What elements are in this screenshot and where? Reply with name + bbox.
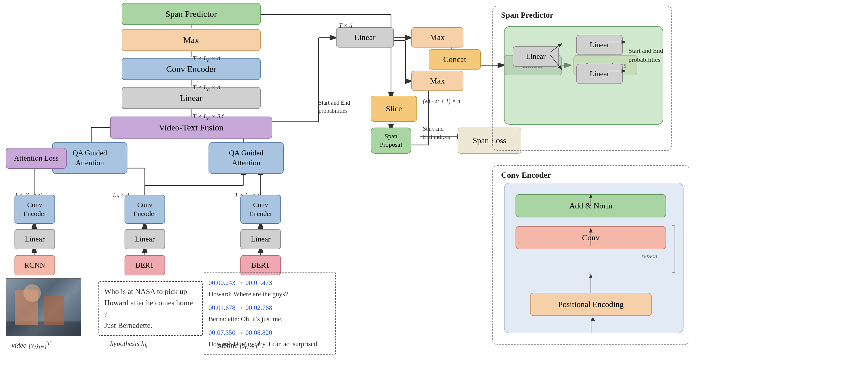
label-t-lh-d2: T × Lh × d — [193, 55, 220, 63]
conv-encoder-main-box: Conv Encoder — [122, 58, 261, 80]
slice-label: Slice — [386, 104, 402, 113]
conv-enc-v-box: ConvEncoder — [14, 195, 55, 224]
label-t-lh-3d: T × Lh × 3d — [193, 112, 224, 121]
bert-s-label: BERT — [251, 261, 270, 270]
sp-probs-label: Start and Endprobabilities — [628, 47, 663, 64]
conv-enc-s-label: ConvEncoder — [249, 200, 272, 218]
ce-add-norm-box: Add & Norm — [516, 194, 666, 218]
max-top2-box: Max — [411, 71, 463, 91]
question-text: Who is at NASA to pick upHoward after he… — [104, 287, 193, 330]
bert-h-box: BERT — [125, 255, 165, 275]
attention-loss-box: Attention Loss — [6, 148, 67, 169]
linear-top-label: Linear — [354, 33, 375, 42]
qa-guided-right-box: QA GuidedAttention — [209, 142, 284, 174]
question-box: Who is at NASA to pick upHoward after he… — [98, 281, 203, 336]
qa-guided-right-label: QA GuidedAttention — [229, 148, 263, 168]
subtitle-time-1: 00:00.243 → 00:01.473 Howard: Where are … — [209, 277, 330, 300]
conv-enc-h-label: ConvEncoder — [133, 200, 156, 218]
span-predictor-inset-title: Span Predictor — [501, 10, 554, 20]
linear-v-box: Linear — [14, 229, 55, 249]
bert-h-label: BERT — [135, 261, 154, 270]
label-ed-st: (ed - st + 1) × d — [423, 98, 460, 105]
ce-pos-enc-label: Positional Encoding — [558, 300, 624, 309]
video-image — [6, 278, 81, 336]
ce-input-arrowhead — [591, 317, 595, 320]
linear-s-box: Linear — [240, 229, 281, 249]
video-label: video {vt}t=1T — [11, 340, 51, 351]
conv-enc-h-box: ConvEncoder — [125, 195, 165, 224]
st1: Howard: Where are the guys? — [209, 290, 288, 298]
ts2: 00:01.678 → 00:02.768 — [209, 304, 272, 311]
linear-main-box: Linear — [122, 87, 261, 109]
conv-enc-v-label: ConvEncoder — [23, 200, 46, 218]
max1-label: Max — [183, 35, 199, 45]
conv-encoder-inset-title: Conv Encoder — [501, 170, 551, 180]
conv-enc-s-box: ConvEncoder — [240, 195, 281, 224]
span-proposal-label: SpanProposal — [380, 132, 402, 149]
repeat-label: repeat — [642, 252, 657, 260]
concat-label: Concat — [443, 55, 466, 64]
linear-h-box: Linear — [125, 229, 165, 249]
label-t-d: T × d — [339, 22, 352, 29]
concat-box: Concat — [429, 49, 481, 69]
ce-add-norm-label: Add & Norm — [569, 201, 612, 210]
video-text-fusion-box: Video-Text Fusion — [110, 116, 272, 139]
sp-linear2-label: Linear — [590, 40, 609, 49]
sp-linear1-box: Linear — [513, 47, 559, 67]
linear-top-box: Linear — [336, 27, 394, 48]
label-t-lh-d1: T × Lh × d — [193, 84, 220, 92]
conv-encoder-main-label: Conv Encoder — [166, 64, 216, 74]
ce-pos-enc-box: Positional Encoding — [530, 293, 652, 316]
ce-conv-label: Conv — [582, 233, 600, 242]
label-start-end-probs: Start and Endprobabilities — [318, 98, 350, 115]
subtitle-time-2: 00:01.678 → 00:02.768 Bernadette: Oh, it… — [209, 302, 330, 325]
sp-linear3-label: Linear — [590, 69, 609, 78]
hypothesis-label: hypothesis hk — [110, 340, 147, 349]
ce-conv-box: Conv — [516, 226, 666, 249]
ts3: 00:07.350 → 00:08.820 — [209, 329, 272, 336]
linear-h-label: Linear — [135, 235, 155, 244]
span-predictor-box: Span Predictor — [122, 3, 261, 25]
rcnn-label: RCNN — [24, 261, 45, 270]
sp-linear1-label: Linear — [526, 52, 546, 61]
span-proposal-box: SpanProposal — [371, 128, 411, 153]
st2: Bernadette: Oh, it's just me. — [209, 315, 283, 323]
linear-v-label: Linear — [25, 235, 44, 244]
linear-s-label: Linear — [251, 235, 271, 244]
subtitle-label: subtitle {st}t=1T — [217, 340, 261, 351]
rcnn-box: RCNN — [14, 255, 55, 275]
sp-linear3-box: Linear — [576, 64, 623, 84]
slice-box: Slice — [371, 96, 417, 122]
label-start-end-indices: Start andEnd indices — [423, 125, 450, 141]
sp-linear2-box: Linear — [576, 35, 623, 55]
max-top1-box: Max — [411, 27, 463, 48]
max1-box: Max — [122, 29, 261, 51]
span-predictor-label: Span Predictor — [165, 9, 217, 19]
qa-guided-left-label: QA GuidedAttention — [72, 148, 107, 168]
video-text-fusion-label: Video-Text Fusion — [159, 123, 224, 133]
attention-loss-label: Attention Loss — [14, 154, 59, 163]
linear-main-label: Linear — [180, 93, 203, 103]
ts1: 00:00.243 → 00:01.473 — [209, 279, 272, 286]
max-top2-label: Max — [430, 76, 444, 86]
max-top1-label: Max — [430, 33, 444, 42]
